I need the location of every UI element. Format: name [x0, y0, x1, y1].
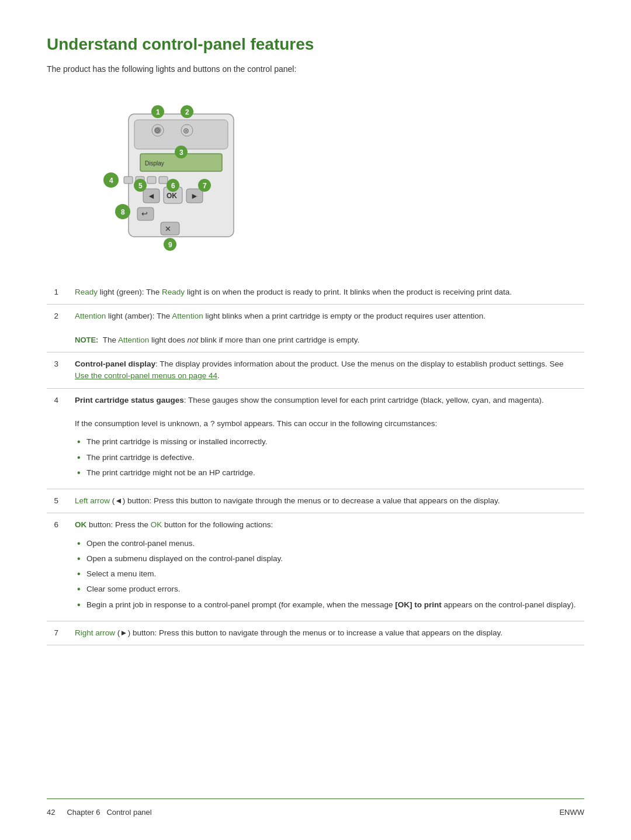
svg-text:►: ►	[190, 191, 199, 201]
svg-rect-1	[134, 120, 228, 149]
panel-svg: ⊙ ⊛ Display ◄ OK ► ↩	[93, 88, 280, 263]
svg-text:7: 7	[203, 182, 207, 190]
row-content: OK button: Press the OK button for the f…	[68, 513, 584, 621]
svg-text:✕: ✕	[165, 224, 171, 233]
term-gauges: Print cartridge status gauges	[75, 396, 184, 405]
svg-text:⊙: ⊙	[154, 126, 160, 134]
svg-text:6: 6	[171, 182, 175, 190]
svg-text:5: 5	[138, 182, 143, 190]
intro-text: The product has the following lights and…	[47, 64, 584, 74]
footer-line	[47, 798, 584, 799]
svg-text:Display: Display	[145, 160, 164, 167]
row-number: 7	[47, 621, 68, 645]
svg-text:2: 2	[185, 108, 189, 116]
svg-rect-12	[159, 177, 168, 184]
svg-text:↩: ↩	[141, 209, 148, 218]
term-ok-2: OK	[151, 520, 162, 529]
row-number: 2	[47, 305, 68, 352]
term-attention-note: Attention	[118, 336, 149, 344]
features-table: 1 Ready light (green): The Ready light i…	[47, 281, 584, 645]
row-content: Ready light (green): The Ready light is …	[68, 281, 584, 305]
row-content: Attention light (amber): The Attention l…	[68, 305, 584, 352]
list-item: Open the control-panel menus.	[75, 536, 577, 551]
table-row: 6 OK button: Press the OK button for the…	[47, 513, 584, 621]
bullet-list-gauges: The print cartridge is missing or instal…	[75, 434, 577, 481]
row-content: Left arrow (◄) button: Press this button…	[68, 489, 584, 513]
svg-text:⊛: ⊛	[183, 126, 189, 135]
list-item: Begin a print job in response to a contr…	[75, 597, 577, 613]
svg-text:OK: OK	[167, 192, 177, 200]
row-number: 3	[47, 352, 68, 389]
link-menus[interactable]: Use the control-panel menus on page 44	[75, 371, 217, 380]
svg-rect-11	[147, 177, 156, 184]
footer: 42 Chapter 6 Control panel ENWW	[0, 808, 631, 817]
bullet-list-ok: Open the control-panel menus. Open a sub…	[75, 536, 577, 613]
term-ready: Ready	[75, 288, 98, 296]
footer-page-number: 42	[47, 808, 55, 817]
term-left-arrow: Left arrow	[75, 496, 110, 505]
footer-chapter: Chapter 6 Control panel	[67, 808, 151, 817]
table-row: 3 Control-panel display: The display pro…	[47, 352, 584, 389]
svg-text:8: 8	[121, 208, 125, 216]
table-row: 1 Ready light (green): The Ready light i…	[47, 281, 584, 305]
svg-text:9: 9	[168, 241, 172, 249]
row-number: 1	[47, 281, 68, 305]
list-item: Open a submenu displayed on the control-…	[75, 551, 577, 566]
note-label: NOTE:	[75, 336, 98, 344]
term-attention: Attention	[75, 312, 106, 320]
page-title: Understand control-panel features	[47, 35, 584, 54]
row-number: 5	[47, 489, 68, 513]
row-content: Control-panel display: The display provi…	[68, 352, 584, 389]
term-attention-2: Attention	[172, 312, 203, 320]
list-item: The print cartridge might not be an HP c…	[75, 465, 577, 481]
svg-text:1: 1	[156, 108, 160, 116]
ok-to-print: [OK] to print	[395, 600, 441, 609]
term-ok: OK	[75, 520, 86, 529]
footer-left: 42 Chapter 6 Control panel	[47, 808, 152, 817]
table-row: 2 Attention light (amber): The Attention…	[47, 305, 584, 352]
row-number: 4	[47, 388, 68, 489]
term-right-arrow: Right arrow	[75, 628, 115, 637]
svg-text:3: 3	[179, 148, 183, 157]
table-row: 4 Print cartridge status gauges: These g…	[47, 388, 584, 489]
table-row: 7 Right arrow (►) button: Press this but…	[47, 621, 584, 645]
svg-text:4: 4	[109, 177, 113, 185]
row-content: Print cartridge status gauges: These gau…	[68, 388, 584, 489]
list-item: Clear some product errors.	[75, 582, 577, 597]
list-item: The print cartridge is defective.	[75, 450, 577, 465]
italic-not: not	[188, 336, 199, 344]
footer-locale: ENWW	[559, 808, 584, 817]
term-display: Control-panel display	[75, 359, 155, 368]
svg-text:◄: ◄	[147, 191, 155, 201]
list-item: Select a menu item.	[75, 566, 577, 582]
row-content: Right arrow (►) button: Press this butto…	[68, 621, 584, 645]
svg-rect-9	[124, 177, 133, 184]
list-item: The print cartridge is missing or instal…	[75, 434, 577, 450]
table-row: 5 Left arrow (◄) button: Press this butt…	[47, 489, 584, 513]
term-ready-2: Ready	[162, 288, 185, 296]
control-panel-diagram: ⊙ ⊛ Display ◄ OK ► ↩	[93, 88, 280, 263]
page-content: Understand control-panel features The pr…	[0, 0, 631, 692]
row-number: 6	[47, 513, 68, 621]
